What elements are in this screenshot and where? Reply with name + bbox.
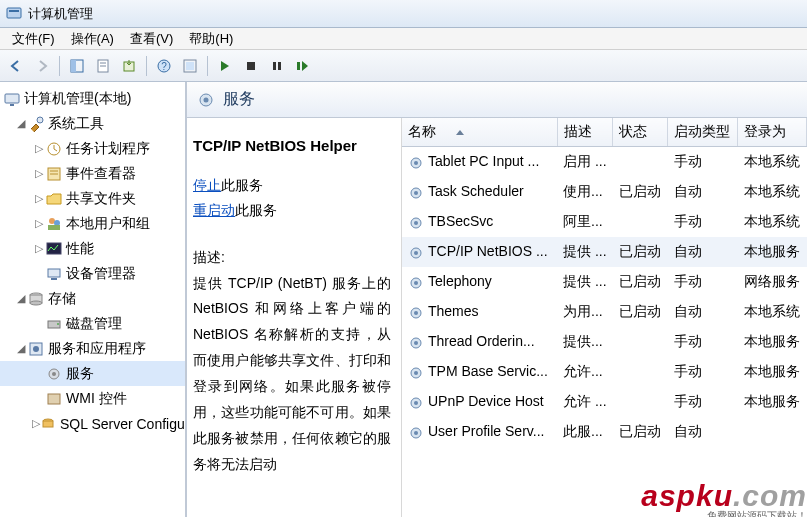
tree-shared-folders[interactable]: ▷共享文件夹: [0, 186, 185, 211]
export-button[interactable]: [117, 54, 141, 78]
service-row[interactable]: Tablet PC Input ...启用 ...手动本地系统: [402, 147, 807, 178]
service-row[interactable]: TBSecSvc阿里...手动本地系统: [402, 207, 807, 237]
collapse-icon[interactable]: ◢: [14, 117, 28, 130]
svg-point-56: [414, 341, 418, 345]
tree-label: 任务计划程序: [66, 140, 150, 158]
cell-startup: 手动: [668, 357, 738, 387]
tree-label: 性能: [66, 240, 94, 258]
cell-startup: 自动: [668, 417, 738, 447]
col-name[interactable]: 名称: [402, 118, 557, 147]
app-icon: [6, 6, 22, 22]
gear-icon: [408, 395, 424, 411]
cell-name-text: Thread Orderin...: [428, 333, 535, 349]
service-row[interactable]: Thread Orderin...提供...手动本地服务: [402, 327, 807, 357]
expand-icon[interactable]: ▷: [32, 242, 46, 255]
tree-wmi[interactable]: WMI 控件: [0, 386, 185, 411]
svg-point-54: [414, 311, 418, 315]
cell-startup: 手动: [668, 207, 738, 237]
gear-icon: [408, 335, 424, 351]
tree-local-users[interactable]: ▷本地用户和组: [0, 211, 185, 236]
tree-task-scheduler[interactable]: ▷任务计划程序: [0, 136, 185, 161]
tree-services-apps[interactable]: ◢服务和应用程序: [0, 336, 185, 361]
restart-service-link[interactable]: 重启动: [193, 202, 235, 218]
svg-point-37: [52, 372, 56, 376]
restart-suffix: 此服务: [235, 202, 277, 218]
menu-help[interactable]: 帮助(H): [181, 28, 241, 50]
svg-rect-0: [7, 8, 21, 18]
cell-logon: [738, 417, 807, 447]
cell-desc: 启用 ...: [557, 147, 613, 178]
col-logon[interactable]: 登录为: [738, 118, 807, 147]
svg-rect-12: [247, 62, 255, 70]
service-row[interactable]: UPnP Device Host允许 ...手动本地服务: [402, 387, 807, 417]
tree-disk-management[interactable]: 磁盘管理: [0, 311, 185, 336]
cell-startup: 手动: [668, 327, 738, 357]
service-row[interactable]: Telephony提供 ...已启动手动网络服务: [402, 267, 807, 297]
tree-label: 服务和应用程序: [48, 340, 146, 358]
forward-button[interactable]: [30, 54, 54, 78]
services-list[interactable]: 名称 描述 状态 启动类型 登录为 Tablet PC Input ...启用 …: [402, 118, 807, 517]
cell-name: TBSecSvc: [402, 207, 557, 237]
watermark-c: .com: [733, 479, 807, 512]
refresh-button[interactable]: [178, 54, 202, 78]
expand-icon[interactable]: ▷: [32, 417, 40, 430]
stop-service-button[interactable]: [239, 54, 263, 78]
tree-performance[interactable]: ▷性能: [0, 236, 185, 261]
collapse-icon[interactable]: ◢: [14, 292, 28, 305]
cell-logon: 本地系统: [738, 297, 807, 327]
expand-icon[interactable]: ▷: [32, 217, 46, 230]
watermark-a: asp: [641, 479, 696, 512]
col-startup[interactable]: 启动类型: [668, 118, 738, 147]
tree-services[interactable]: 服务: [0, 361, 185, 386]
nav-tree[interactable]: 计算机管理(本地) ◢系统工具 ▷任务计划程序 ▷事件查看器 ▷共享文件夹 ▷本…: [0, 82, 187, 517]
pause-service-button[interactable]: [265, 54, 289, 78]
tree-system-tools[interactable]: ◢系统工具: [0, 111, 185, 136]
service-row[interactable]: TCP/IP NetBIOS ...提供 ...已启动自动本地服务: [402, 237, 807, 267]
storage-icon: [28, 291, 44, 307]
gear-icon: [408, 245, 424, 261]
svg-point-33: [57, 323, 59, 325]
expand-icon[interactable]: ▷: [32, 192, 46, 205]
back-button[interactable]: [4, 54, 28, 78]
sql-icon: [40, 416, 56, 432]
cell-status: [613, 327, 668, 357]
service-row[interactable]: Themes为用...已启动自动本地系统: [402, 297, 807, 327]
tree-sql-server[interactable]: ▷SQL Server Configura: [0, 411, 185, 436]
cell-logon: 本地服务: [738, 387, 807, 417]
svg-point-46: [414, 191, 418, 195]
menu-action[interactable]: 操作(A): [63, 28, 122, 50]
start-service-button[interactable]: [213, 54, 237, 78]
col-status[interactable]: 状态: [613, 118, 668, 147]
expand-icon[interactable]: ▷: [32, 167, 46, 180]
help-button[interactable]: ?: [152, 54, 176, 78]
watermark: aspku.com 免费网站源码下载站！: [641, 479, 807, 517]
svg-point-18: [37, 117, 43, 123]
expand-icon[interactable]: ▷: [32, 142, 46, 155]
svg-rect-13: [273, 62, 276, 70]
svg-rect-25: [48, 225, 60, 230]
menu-view[interactable]: 查看(V): [122, 28, 181, 50]
tree-device-manager[interactable]: 设备管理器: [0, 261, 185, 286]
svg-point-58: [414, 371, 418, 375]
menu-file[interactable]: 文件(F): [4, 28, 63, 50]
cell-name-text: TBSecSvc: [428, 213, 493, 229]
tree-event-viewer[interactable]: ▷事件查看器: [0, 161, 185, 186]
service-row[interactable]: User Profile Serv...此服...已启动自动: [402, 417, 807, 447]
collapse-icon[interactable]: ◢: [14, 342, 28, 355]
svg-point-42: [204, 97, 209, 102]
col-desc[interactable]: 描述: [557, 118, 613, 147]
watermark-b: ku: [696, 479, 733, 512]
tree-label: WMI 控件: [66, 390, 127, 408]
svg-rect-28: [51, 278, 57, 280]
properties-button[interactable]: [91, 54, 115, 78]
tree-storage[interactable]: ◢存储: [0, 286, 185, 311]
restart-service-button[interactable]: [291, 54, 315, 78]
stop-service-link[interactable]: 停止: [193, 177, 221, 193]
show-hide-tree-button[interactable]: [65, 54, 89, 78]
tree-root[interactable]: 计算机管理(本地): [0, 86, 185, 111]
svg-rect-14: [278, 62, 281, 70]
service-row[interactable]: TPM Base Servic...允许...手动本地服务: [402, 357, 807, 387]
description-text: 提供 TCP/IP (NetBT) 服务上的 NetBIOS 和网络上客户端的 …: [193, 271, 391, 478]
tree-label: 服务: [66, 365, 94, 383]
service-row[interactable]: Task Scheduler使用...已启动自动本地系统: [402, 177, 807, 207]
